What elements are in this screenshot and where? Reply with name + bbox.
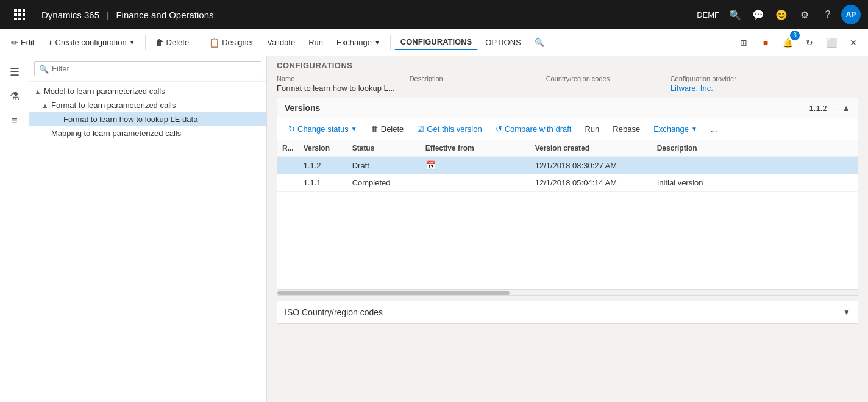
filter-icon[interactable]: ⚗: [4, 85, 26, 107]
cell-version-0: 1.1.2: [299, 157, 347, 174]
brand-area: Dynamics 365 | Finance and Operations: [32, 10, 224, 20]
create-configuration-button[interactable]: + Create configuration ▼: [41, 35, 141, 50]
cell-created-1: 12/1/2018 05:04:14 AM: [530, 174, 652, 192]
tree-item-model[interactable]: ▲ Model to learn parameterized calls: [29, 84, 266, 98]
expand-icon-model: ▲: [34, 88, 41, 95]
feedback-icon[interactable]: 😊: [772, 5, 791, 24]
change-status-icon: ↻: [288, 124, 295, 134]
toolbar-divider-3: [390, 35, 391, 50]
top-navigation-bar: Dynamics 365 | Finance and Operations DE…: [0, 0, 868, 29]
versions-meta: 1.1.2 -- ▲: [809, 103, 850, 113]
change-status-button[interactable]: ↻ Change status ▼: [282, 122, 363, 136]
search-icon[interactable]: 🔍: [725, 5, 745, 24]
svg-rect-8: [23, 18, 25, 20]
trash-icon: 🗑: [155, 38, 164, 48]
scrollbar-thumb: [277, 291, 510, 295]
versions-panel: Versions 1.1.2 -- ▲ ↻ Change status ▼: [277, 98, 858, 296]
versions-panel-header: Versions 1.1.2 -- ▲: [277, 98, 858, 118]
versions-table-row[interactable]: 1.1.2 Draft 📅 12/1/2018 08:30:27 AM: [277, 157, 858, 174]
help-icon[interactable]: ?: [818, 5, 838, 24]
settings-icon[interactable]: ⚙: [795, 5, 814, 24]
cell-status-0: Draft: [347, 157, 421, 174]
versions-table-header-row: R... Version Status Effective from Versi…: [277, 140, 858, 157]
versions-run-button[interactable]: Run: [578, 122, 605, 136]
svg-rect-2: [23, 9, 25, 12]
cell-desc-1: Initial version: [652, 174, 858, 192]
col-header-description: Description: [652, 140, 858, 157]
col-header-effective-from: Effective from: [421, 140, 530, 157]
designer-button[interactable]: 📋 Designer: [203, 35, 260, 50]
maximize-icon[interactable]: ⬜: [822, 33, 841, 52]
versions-title: Versions: [285, 103, 320, 113]
tree-item-model-label: Model to learn parameterized calls: [44, 87, 165, 96]
tree-item-mapping[interactable]: Mapping to learn parameterized calls: [29, 126, 266, 140]
expand-icon-format: ▲: [41, 102, 49, 109]
delete-button[interactable]: 🗑 Delete: [149, 35, 196, 50]
message-icon[interactable]: 💬: [749, 5, 768, 24]
cell-effective-0: 📅: [421, 157, 530, 174]
cell-r-0: [277, 157, 299, 174]
compare-with-draft-button[interactable]: ↺ Compare with draft: [489, 122, 578, 136]
svg-rect-1: [18, 9, 21, 12]
versions-horizontal-scrollbar[interactable]: [277, 289, 858, 295]
svg-rect-4: [18, 13, 21, 16]
config-name-col: Name Format to learn how to lookup L...: [277, 75, 395, 93]
versions-exchange-button[interactable]: Exchange ▼: [647, 122, 703, 136]
svg-rect-3: [14, 13, 17, 16]
options-tab-button[interactable]: OPTIONS: [479, 35, 527, 49]
close-panel-icon[interactable]: ✕: [844, 33, 863, 52]
compare-icon: ↺: [496, 124, 502, 134]
versions-empty-space: [277, 192, 858, 289]
cell-desc-0: [652, 157, 858, 174]
cell-created-0: 12/1/2018 08:30:27 AM: [530, 157, 652, 174]
versions-collapse-button[interactable]: ▲: [842, 103, 850, 113]
versions-table: R... Version Status Effective from Versi…: [277, 140, 858, 192]
topbar-right-area: DEMF 🔍 💬 😊 ⚙ ? AP: [697, 5, 861, 24]
tree-content: ▲ Model to learn parameterized calls ▲ F…: [29, 82, 266, 402]
tree-item-format-lookup[interactable]: Format to learn how to lookup LE data: [29, 112, 266, 126]
calendar-icon[interactable]: 📅: [425, 160, 436, 170]
cell-version-1: 1.1.1: [299, 174, 347, 192]
user-company-label: DEMF: [697, 10, 719, 20]
filter-input[interactable]: [34, 61, 261, 76]
dropdown-arrow-icon: ▼: [129, 39, 135, 46]
tree-item-format-parameterized-label: Format to learn parameterized calls: [51, 101, 176, 110]
content-area: CONFIGURATIONS Name Format to learn how …: [267, 56, 868, 402]
provider-col-header: Configuration provider: [671, 75, 736, 82]
get-version-icon: ☑: [417, 124, 424, 134]
config-name-value: Format to learn how to lookup L...: [277, 84, 395, 93]
search-icon-toolbar: 🔍: [535, 38, 544, 47]
plus-icon: +: [48, 38, 52, 48]
edit-button[interactable]: ✏ Edit: [5, 35, 40, 50]
iso-panel-header[interactable]: ISO Country/region codes ▼: [277, 301, 858, 323]
versions-more-button[interactable]: ...: [705, 122, 724, 136]
office-icon[interactable]: ■: [756, 33, 775, 52]
refresh-icon[interactable]: ↻: [800, 33, 819, 52]
svg-rect-0: [14, 9, 17, 12]
toolbar-search-button[interactable]: 🔍: [528, 35, 550, 49]
validate-button[interactable]: Validate: [261, 35, 301, 49]
config-provider-value[interactable]: Litware, Inc.: [671, 84, 736, 93]
rebase-button[interactable]: Rebase: [607, 122, 646, 136]
description-col-header: Description: [410, 75, 532, 82]
exchange-button[interactable]: Exchange ▼: [330, 35, 386, 49]
split-view-icon[interactable]: ⊞: [734, 33, 753, 52]
col-header-version: Version: [299, 140, 347, 157]
run-button[interactable]: Run: [302, 35, 329, 49]
designer-icon: 📋: [209, 38, 219, 48]
toolbar-right-controls: ⊞ ■ 🔔 3 ↻ ⬜ ✕: [734, 33, 863, 52]
versions-table-row[interactable]: 1.1.1 Completed 12/1/2018 05:04:14 AM In…: [277, 174, 858, 192]
versions-current-number: 1.1.2: [809, 104, 827, 113]
versions-toolbar: ↻ Change status ▼ 🗑 Delete ☑ Get this ve…: [277, 118, 858, 140]
hamburger-menu-icon[interactable]: ☰: [4, 61, 26, 83]
versions-delete-button[interactable]: 🗑 Delete: [365, 122, 410, 136]
sidebar-icon-panel: ☰ ⚗ ≡: [0, 56, 29, 402]
list-icon[interactable]: ≡: [4, 110, 26, 132]
tree-item-format-parameterized[interactable]: ▲ Format to learn parameterized calls: [29, 98, 266, 112]
dynamics-365-label: Dynamics 365: [41, 10, 99, 20]
user-avatar[interactable]: AP: [841, 5, 861, 24]
waffle-menu-button[interactable]: [7, 2, 32, 27]
app-name-label: Finance and Operations: [116, 10, 213, 20]
get-this-version-button[interactable]: ☑ Get this version: [411, 122, 488, 136]
configurations-tab-button[interactable]: CONFIGURATIONS: [394, 35, 478, 50]
